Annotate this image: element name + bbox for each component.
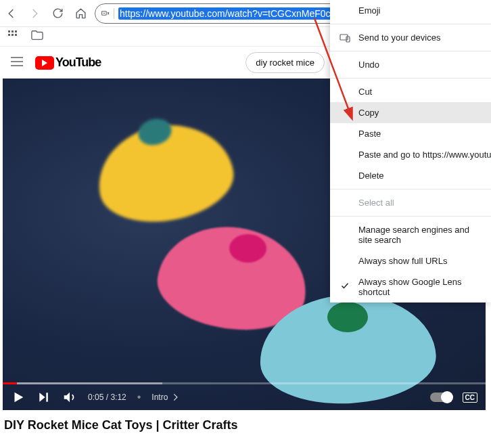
next-button[interactable] (37, 390, 51, 405)
svg-rect-5 (11, 34, 14, 36)
autoplay-toggle[interactable] (430, 393, 452, 402)
svg-rect-1 (8, 30, 10, 32)
menu-manage-search[interactable]: Manage search engines and site search (330, 219, 491, 250)
volume-button[interactable] (62, 390, 77, 405)
menu-lens-shortcut[interactable]: Always show Google Lens shortcut (330, 271, 491, 303)
forward-button[interactable] (28, 7, 41, 20)
menu-copy[interactable]: Copy (330, 102, 491, 123)
menu-send-devices[interactable]: Send to your devices (330, 27, 491, 48)
svg-rect-3 (15, 30, 17, 32)
folder-icon[interactable] (31, 30, 43, 43)
menu-undo[interactable]: Undo (330, 54, 491, 75)
video-title: DIY Rocket Mice Cat Toys | Critter Craft… (0, 410, 491, 441)
time-display: 0:05 / 3:12 (88, 393, 126, 402)
svg-rect-2 (11, 30, 14, 32)
home-button[interactable] (74, 7, 87, 20)
chapter-link[interactable]: Intro (151, 393, 180, 402)
search-chip[interactable]: diy rocket mice (246, 52, 325, 73)
url-text[interactable]: https://www.youtube.com/watch?v=tCGCxnMe… (118, 7, 357, 20)
player-controls: 0:05 / 3:12 • Intro CC (3, 384, 486, 410)
youtube-play-icon (35, 56, 54, 70)
menu-full-urls[interactable]: Always show full URLs (330, 250, 491, 271)
menu-cut[interactable]: Cut (330, 81, 491, 102)
context-menu: Emoji Send to your devices Undo Cut Copy… (330, 0, 491, 303)
reload-button[interactable] (51, 7, 64, 20)
back-button[interactable] (5, 7, 18, 20)
menu-paste[interactable]: Paste (330, 123, 491, 144)
cc-button[interactable]: CC (463, 393, 477, 403)
svg-rect-10 (46, 393, 48, 401)
menu-select-all[interactable]: Select all (330, 192, 491, 213)
svg-rect-4 (8, 34, 10, 36)
hamburger-menu-icon[interactable] (11, 57, 23, 69)
devices-icon (340, 32, 350, 43)
menu-emoji[interactable]: Emoji (330, 0, 491, 21)
site-info-icon[interactable] (101, 8, 114, 19)
play-button[interactable] (11, 390, 26, 405)
apps-grid-icon[interactable] (8, 30, 18, 43)
youtube-logo[interactable]: YouTube (35, 55, 101, 70)
menu-delete[interactable]: Delete (330, 165, 491, 186)
svg-rect-6 (15, 34, 17, 36)
youtube-logo-text: YouTube (55, 55, 101, 70)
menu-paste-go[interactable]: Paste and go to https://www.youtube.com (330, 144, 491, 165)
nav-buttons (5, 7, 87, 20)
check-icon (341, 282, 349, 292)
